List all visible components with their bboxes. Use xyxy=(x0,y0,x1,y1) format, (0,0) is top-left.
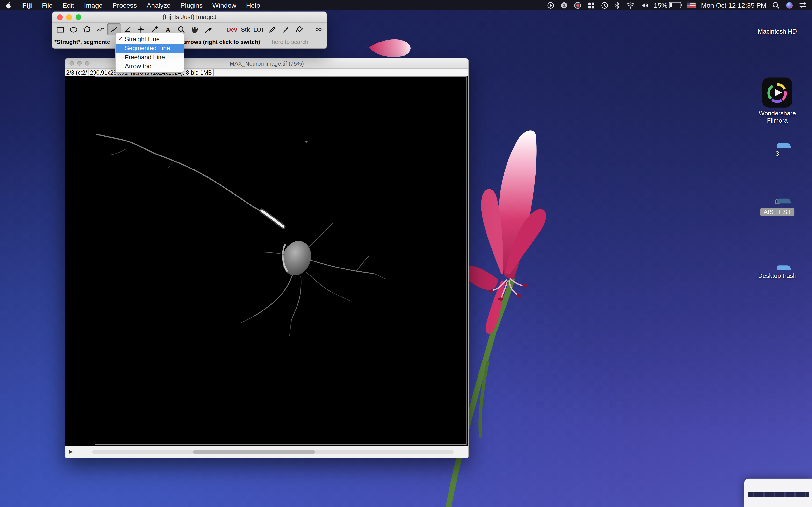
freehand-tool[interactable] xyxy=(94,23,107,35)
menu-item-label: Freehand Line xyxy=(125,54,165,61)
grid-icon[interactable] xyxy=(587,1,595,9)
stack-slider-track[interactable] xyxy=(92,450,454,454)
desktop: Fiji File Edit Image Process Analyze Plu… xyxy=(0,0,812,507)
partial-window-corner[interactable] xyxy=(744,478,812,507)
line-tool-context-menu: ✓ Straight Line Segmented Line Freehand … xyxy=(115,33,185,73)
more-tools-button[interactable]: >> xyxy=(315,25,323,33)
desktop-icon-desktop-trash[interactable]: Desktop trash xyxy=(755,263,800,280)
icon-label: AIS TEST xyxy=(761,208,794,216)
dev-button[interactable]: Dev xyxy=(225,23,239,35)
menubar-app-name[interactable]: Fiji xyxy=(22,1,32,9)
siri-icon[interactable] xyxy=(785,1,794,9)
battery-icon xyxy=(669,2,681,8)
spotlight-icon[interactable] xyxy=(772,1,780,9)
neuron-image[interactable] xyxy=(95,76,467,445)
play-icon[interactable]: ▶ xyxy=(69,449,73,454)
menu-item-label: Straight Line xyxy=(125,36,159,43)
menu-item-label: Arrow tool xyxy=(125,63,153,70)
icon-label: Desktop trash xyxy=(755,272,800,280)
desktop-icon-folder-3[interactable]: 3 xyxy=(755,141,800,157)
svg-text:A: A xyxy=(166,26,170,33)
desktop-icon-ais-test[interactable]: AIS TEST xyxy=(755,199,800,217)
filmora-app-icon xyxy=(762,77,792,107)
tool-status-text: *Straight*, segmente xyxy=(54,39,110,45)
menu-item-straight-line[interactable]: ✓ Straight Line xyxy=(115,35,184,44)
flood-fill-tool[interactable] xyxy=(293,23,306,35)
menubar-item-image[interactable]: Image xyxy=(84,1,102,9)
pencil-tool[interactable] xyxy=(266,23,279,35)
apple-menu[interactable] xyxy=(5,1,12,9)
search-hint-text[interactable]: here to search xyxy=(272,39,308,45)
menubar-item-file[interactable]: File xyxy=(42,1,53,9)
menubar-item-process[interactable]: Process xyxy=(113,1,137,9)
input-flag-icon[interactable] xyxy=(686,2,695,8)
battery-indicator[interactable]: 15% xyxy=(654,1,680,9)
close-button[interactable] xyxy=(69,61,74,66)
window-content-strip xyxy=(748,492,809,497)
icon-label: Wondershare Filmora xyxy=(755,110,800,125)
selection-frame xyxy=(775,199,780,204)
bluetooth-icon[interactable] xyxy=(614,1,620,9)
menubar-item-help[interactable]: Help xyxy=(246,1,260,9)
menubar-item-edit[interactable]: Edit xyxy=(63,1,74,9)
menu-item-label: Segmented Line xyxy=(125,45,170,52)
tool-status-text-continued: arrows (right click to switch) xyxy=(183,39,260,45)
battery-percent: 15% xyxy=(654,1,667,9)
zoom-button[interactable] xyxy=(75,14,82,20)
hand-tool[interactable] xyxy=(188,23,202,35)
dropper-tool[interactable] xyxy=(202,23,215,35)
volume-icon[interactable] xyxy=(641,2,648,9)
fiji-statusbar: *Straight*, segmente arrows (right click… xyxy=(52,36,327,49)
menu-item-arrow-tool[interactable]: Arrow tool xyxy=(115,62,184,71)
polygon-tool[interactable] xyxy=(80,23,94,35)
stack-slider-thumb[interactable] xyxy=(193,450,315,454)
minimize-button[interactable] xyxy=(66,14,72,20)
image-window-title: MAX_Neuron image.tif (75%) xyxy=(230,60,304,67)
fiji-toolbar: A Dev Stk LUT >> xyxy=(52,23,327,36)
menubar-item-window[interactable]: Window xyxy=(212,1,236,9)
menubar-clock[interactable]: Mon Oct 12 12:35 PM xyxy=(701,1,766,9)
lut-button[interactable]: LUT xyxy=(252,23,266,35)
menubar-item-analyze[interactable]: Analyze xyxy=(147,1,170,9)
image-canvas[interactable] xyxy=(65,76,468,446)
fiji-titlebar[interactable]: (Fiji Is Just) ImageJ xyxy=(52,12,327,23)
fiji-window-controls xyxy=(57,14,82,20)
icon-label: Macintosh HD xyxy=(755,28,800,36)
zoom-button[interactable] xyxy=(85,61,89,66)
wifi-icon[interactable] xyxy=(626,2,635,9)
desktop-icon-macintosh-hd[interactable]: Macintosh HD xyxy=(755,18,800,35)
menu-bar: Fiji File Edit Image Process Analyze Plu… xyxy=(0,0,812,10)
slice-position-info: 2/3 (c:2/ xyxy=(66,69,87,75)
menu-item-freehand-line[interactable]: Freehand Line xyxy=(115,53,184,62)
minimize-button[interactable] xyxy=(77,61,82,66)
fiji-window-title: (Fiji Is Just) ImageJ xyxy=(163,13,216,21)
control-center-icon[interactable] xyxy=(799,2,807,8)
desktop-icon-filmora[interactable]: Wondershare Filmora xyxy=(755,77,800,125)
oval-tool[interactable] xyxy=(67,23,80,35)
image-window-controls xyxy=(69,61,90,66)
screen-record-icon[interactable] xyxy=(547,1,554,9)
fiji-main-window: (Fiji Is Just) ImageJ A Dev Stk LUT >> *… xyxy=(52,11,327,49)
image-window: MAX_Neuron image.tif (75%) 2/3 (c:2/ 290… xyxy=(65,58,469,458)
stack-slider-bar: ▶ xyxy=(65,446,468,458)
menu-item-segmented-line[interactable]: Segmented Line xyxy=(115,44,184,53)
check-icon: ✓ xyxy=(118,36,125,43)
user-status-icon[interactable] xyxy=(560,1,568,9)
menubar-item-plugins[interactable]: Plugins xyxy=(181,1,203,9)
display-app-icon[interactable] xyxy=(573,1,581,9)
close-button[interactable] xyxy=(57,14,63,20)
rectangle-tool[interactable] xyxy=(53,23,67,35)
time-machine-icon[interactable] xyxy=(601,1,608,9)
paintbrush-tool[interactable] xyxy=(279,23,293,35)
apple-icon xyxy=(5,1,12,9)
icon-label: 3 xyxy=(755,150,800,157)
stk-button[interactable]: Stk xyxy=(239,23,252,35)
